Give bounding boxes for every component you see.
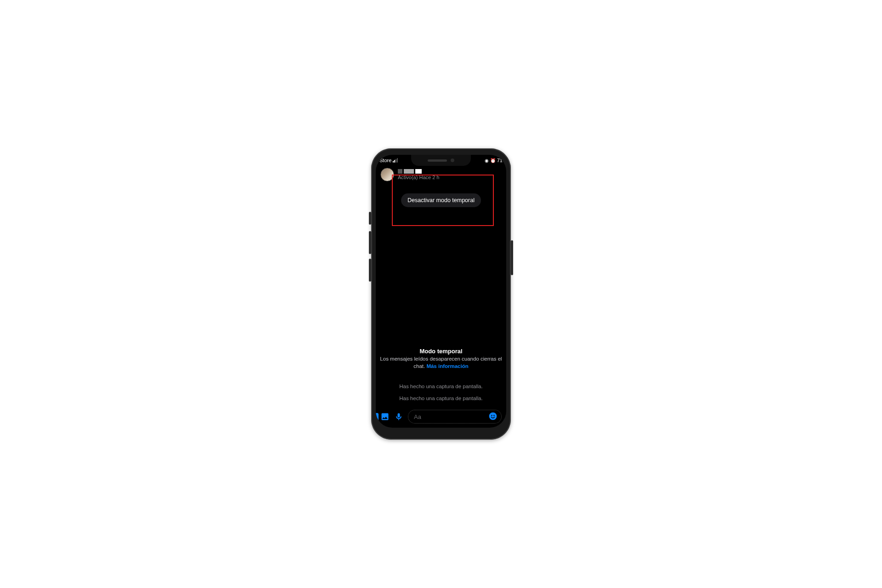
phone-frame: Store ◉ ⏰ 71 Activo(a) Hace 2 h Desac <box>371 148 511 440</box>
info-body: Los mensajes leídos desaparecen cuando c… <box>379 356 503 370</box>
message-composer: Aa <box>376 408 506 425</box>
svg-point-0 <box>489 412 497 420</box>
status-left: Store <box>379 158 398 163</box>
volume-up-button <box>369 231 371 254</box>
chat-header[interactable]: Activo(a) Hace 2 h <box>376 166 506 183</box>
more-info-link[interactable]: Más información <box>426 363 468 369</box>
front-camera <box>451 158 454 162</box>
contact-name-redacted <box>398 169 439 174</box>
disable-vanish-mode-button[interactable]: Desactivar modo temporal <box>401 193 481 207</box>
screen: Store ◉ ⏰ 71 Activo(a) Hace 2 h Desac <box>376 155 506 428</box>
mute-switch <box>369 212 371 225</box>
carrier-label: Store <box>379 158 391 163</box>
notch <box>411 155 471 166</box>
status-right: ◉ ⏰ 71 <box>485 158 503 163</box>
cropped-icon-right <box>503 419 506 425</box>
message-input-placeholder: Aa <box>414 413 421 420</box>
volume-down-button <box>369 259 371 282</box>
svg-point-2 <box>493 415 494 416</box>
speaker <box>428 159 447 162</box>
microphone-icon[interactable] <box>394 412 403 421</box>
battery-percent: 71 <box>497 158 503 163</box>
vanish-mode-info: Modo temporal Los mensajes leídos desapa… <box>376 348 506 370</box>
svg-point-1 <box>491 415 492 416</box>
signal-icon <box>393 158 398 163</box>
avatar[interactable] <box>380 168 394 181</box>
gallery-icon[interactable] <box>380 412 390 421</box>
location-icon: ◉ <box>485 158 489 163</box>
system-message: Has hecho una captura de pantalla. <box>376 396 506 401</box>
activity-status: Activo(a) Hace 2 h <box>398 175 439 180</box>
contact-name-block[interactable]: Activo(a) Hace 2 h <box>398 169 439 180</box>
message-input[interactable]: Aa <box>408 410 502 424</box>
system-messages: Has hecho una captura de pantalla. Has h… <box>376 384 506 407</box>
system-message: Has hecho una captura de pantalla. <box>376 384 506 389</box>
alarm-icon: ⏰ <box>490 158 496 163</box>
emoji-icon[interactable] <box>488 412 498 422</box>
info-title: Modo temporal <box>379 348 503 355</box>
power-button <box>511 240 513 275</box>
